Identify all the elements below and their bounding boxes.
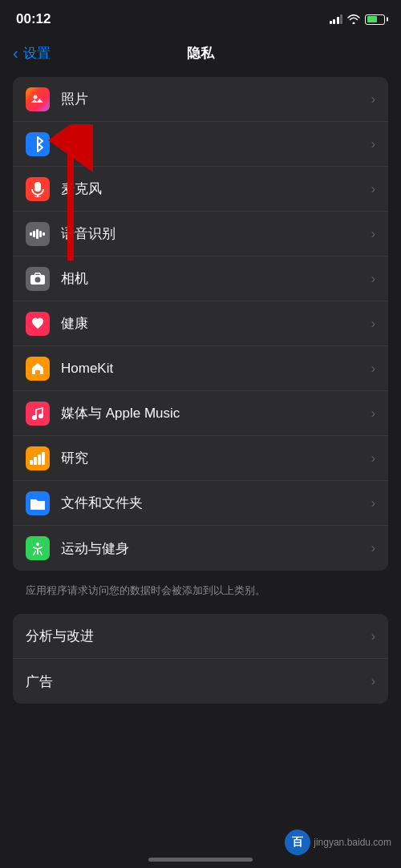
row-speech[interactable]: 语音识别 › xyxy=(13,212,388,256)
speech-chevron: › xyxy=(371,227,375,241)
files-chevron: › xyxy=(371,496,375,511)
watermark-site: jingyan.baidu.com xyxy=(314,837,391,848)
health-label: 健康 xyxy=(61,314,365,333)
watermark: 百 jingyan.baidu.com xyxy=(285,830,391,855)
homekit-chevron: › xyxy=(371,361,375,376)
row-music[interactable]: 媒体与 Apple Music › xyxy=(13,391,388,436)
row-photos[interactable]: 照片 › xyxy=(13,77,388,122)
mic-label: 麦克风 xyxy=(61,180,365,198)
svg-point-12 xyxy=(32,415,37,420)
signal-bar-1 xyxy=(330,21,332,24)
research-icon xyxy=(26,446,50,470)
svg-point-10 xyxy=(35,277,41,282)
row-homekit[interactable]: HomeKit › xyxy=(13,346,388,391)
row-microphone[interactable]: 麦克风 › xyxy=(13,167,388,212)
svg-rect-8 xyxy=(43,232,45,236)
svg-rect-16 xyxy=(38,454,41,465)
photos-icon xyxy=(26,87,50,111)
ads-label: 广告 xyxy=(26,672,365,691)
svg-rect-1 xyxy=(34,182,41,192)
camera-label: 相机 xyxy=(61,269,365,288)
row-health[interactable]: 健康 › xyxy=(13,301,388,346)
fitness-chevron: › xyxy=(371,541,375,555)
svg-point-18 xyxy=(36,543,39,546)
homekit-icon xyxy=(26,357,50,381)
bluetooth-icon xyxy=(26,132,50,156)
camera-icon xyxy=(26,267,50,291)
signal-bar-2 xyxy=(333,19,335,24)
health-icon xyxy=(26,312,50,336)
baidu-logo: 百 xyxy=(285,830,310,855)
bluetooth-chevron: › xyxy=(371,137,375,151)
microphone-icon xyxy=(26,177,50,201)
music-icon xyxy=(26,402,50,426)
fitness-label: 运动与健身 xyxy=(61,539,365,558)
music-label: 媒体与 Apple Music xyxy=(61,404,365,422)
row-research[interactable]: 研究 › xyxy=(13,436,388,481)
nav-back-button[interactable]: ‹ 设置 xyxy=(13,44,51,63)
privacy-settings-section: 照片 › 蓝牙 › 麦克风 › 语音识别 › 相机 › 健康 xyxy=(13,77,388,571)
bluetooth-label: 蓝牙 xyxy=(61,135,365,153)
status-icons xyxy=(330,14,386,25)
svg-rect-11 xyxy=(35,370,40,376)
battery-icon xyxy=(365,14,385,25)
svg-rect-7 xyxy=(39,231,42,237)
nav-bar: ‹ 设置 隐私 xyxy=(0,35,401,71)
signal-bar-3 xyxy=(337,17,339,24)
homekit-label: HomeKit xyxy=(61,361,365,377)
row-fitness[interactable]: 运动与健身 › xyxy=(13,526,388,571)
fitness-icon xyxy=(26,536,50,560)
research-chevron: › xyxy=(371,451,375,466)
svg-rect-6 xyxy=(36,229,38,239)
svg-point-0 xyxy=(34,95,38,99)
settings-section-2: 分析与改进 › 广告 › xyxy=(13,614,388,704)
svg-rect-15 xyxy=(34,457,37,465)
speech-label: 语音识别 xyxy=(61,224,365,243)
wifi-icon xyxy=(347,14,360,24)
signal-bar-4 xyxy=(340,14,342,24)
svg-rect-5 xyxy=(33,231,35,237)
svg-point-13 xyxy=(38,414,43,418)
row-files[interactable]: 文件和文件夹 › xyxy=(13,481,388,526)
photos-label: 照片 xyxy=(61,90,365,108)
camera-chevron: › xyxy=(371,272,375,286)
nav-title: 隐私 xyxy=(187,44,214,63)
ads-chevron: › xyxy=(371,674,375,688)
mic-chevron: › xyxy=(371,182,375,196)
music-chevron: › xyxy=(371,406,375,421)
analytics-label: 分析与改进 xyxy=(26,627,365,645)
analytics-chevron: › xyxy=(371,629,375,644)
battery-fill xyxy=(367,16,377,22)
row-ads[interactable]: 广告 › xyxy=(13,659,388,704)
svg-rect-14 xyxy=(30,460,33,465)
nav-back-label: 设置 xyxy=(23,44,51,63)
settings-note: 应用程序请求访问您的数据时会被添加到以上类别。 xyxy=(0,577,401,608)
svg-rect-4 xyxy=(30,232,32,236)
home-indicator xyxy=(148,858,253,862)
photos-chevron: › xyxy=(371,92,375,107)
health-chevron: › xyxy=(371,317,375,331)
status-time: 00:12 xyxy=(16,11,51,27)
row-analytics[interactable]: 分析与改进 › xyxy=(13,614,388,659)
svg-rect-17 xyxy=(42,452,45,465)
back-chevron-icon: ‹ xyxy=(13,44,18,63)
files-icon xyxy=(26,491,50,515)
files-label: 文件和文件夹 xyxy=(61,494,365,512)
row-camera[interactable]: 相机 › xyxy=(13,256,388,301)
speech-icon xyxy=(26,222,50,246)
status-bar: 00:12 xyxy=(0,0,401,35)
signal-icon xyxy=(330,14,343,24)
research-label: 研究 xyxy=(61,449,365,467)
row-bluetooth[interactable]: 蓝牙 › xyxy=(13,122,388,167)
